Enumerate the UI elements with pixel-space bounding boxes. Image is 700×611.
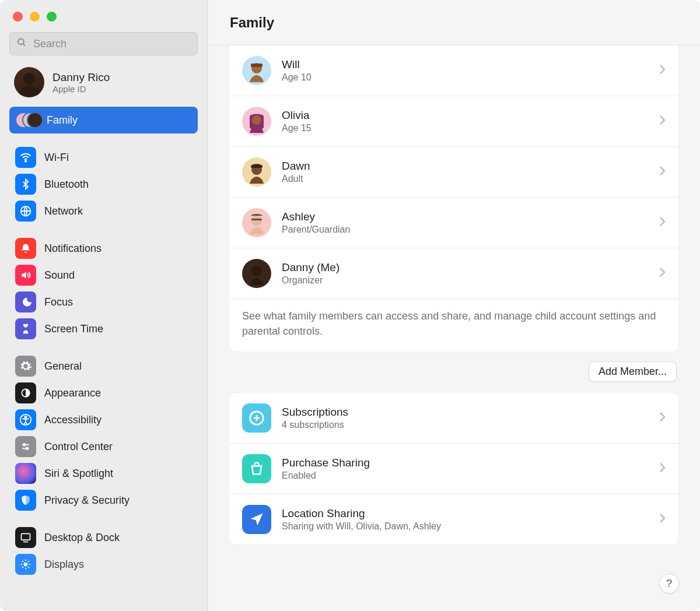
sidebar-item-privacy[interactable]: Privacy & Security (9, 487, 198, 514)
chevron-right-icon (659, 462, 666, 476)
sidebar-item-displays[interactable]: Displays (9, 551, 198, 578)
member-name: Danny (Me) (282, 261, 648, 274)
feature-title: Subscriptions (282, 406, 648, 419)
sidebar-item-screen-time[interactable]: Screen Time (9, 315, 198, 342)
sidebar-item-siri[interactable]: Siri & Spotlight (9, 460, 198, 487)
chevron-right-icon (659, 115, 666, 128)
add-member-button[interactable]: Add Member... (589, 361, 677, 382)
chevron-right-icon (659, 267, 666, 280)
member-avatar (242, 56, 271, 85)
zoom-window-button[interactable] (47, 12, 57, 22)
member-sub: Parent/Guardian (282, 224, 648, 235)
member-row-dawn[interactable]: Dawn Adult (229, 146, 678, 197)
svg-rect-16 (251, 64, 262, 67)
sidebar-item-family[interactable]: Family (9, 107, 198, 134)
main-header: Family (208, 0, 700, 45)
sound-icon (15, 265, 36, 286)
member-name: Dawn (282, 160, 648, 173)
location-sharing-icon (242, 505, 271, 534)
sidebar-item-network[interactable]: Network (9, 198, 198, 224)
svg-point-2 (23, 73, 35, 85)
svg-rect-20 (251, 219, 262, 220)
svg-point-21 (251, 266, 262, 276)
search-input[interactable] (9, 32, 198, 55)
member-avatar (242, 107, 271, 136)
feature-row-purchase-sharing[interactable]: Purchase Sharing Enabled (229, 443, 678, 494)
member-avatar (242, 208, 271, 237)
feature-row-subscriptions[interactable]: Subscriptions 4 subscriptions (229, 393, 678, 443)
sidebar-item-label: Privacy & Security (44, 494, 130, 507)
chevron-right-icon (659, 166, 666, 179)
sidebar-item-bluetooth[interactable]: Bluetooth (9, 171, 198, 198)
privacy-icon (15, 490, 36, 511)
search-icon (16, 37, 27, 51)
wifi-icon (15, 147, 36, 168)
content-scroll[interactable]: Will Age 10 Olivia Age 15 (208, 45, 700, 611)
sidebar-item-label: General (44, 360, 82, 373)
member-row-ashley[interactable]: Ashley Parent/Guardian (229, 197, 678, 248)
feature-row-location-sharing[interactable]: Location Sharing Sharing with Will, Oliv… (229, 494, 678, 545)
member-name: Olivia (282, 109, 648, 122)
member-row-danny[interactable]: Danny (Me) Organizer (229, 248, 678, 299)
chevron-right-icon (659, 216, 666, 230)
sidebar-item-label: Accessibility (44, 414, 102, 426)
screen-time-icon (15, 318, 36, 339)
member-name: Will (282, 58, 648, 71)
sidebar-item-sound[interactable]: Sound (9, 262, 198, 289)
sidebar-item-label: Displays (44, 559, 84, 571)
help-button[interactable]: ? (659, 574, 679, 594)
svg-rect-12 (22, 533, 30, 540)
desktop-dock-icon (15, 527, 36, 548)
member-row-olivia[interactable]: Olivia Age 15 (229, 96, 678, 146)
sidebar-item-label: Screen Time (44, 323, 103, 335)
sidebar-item-desktop-dock[interactable]: Desktop & Dock (9, 524, 198, 551)
apple-id-account-row[interactable]: Danny Rico Apple ID (0, 64, 207, 107)
sidebar-item-accessibility[interactable]: Accessibility (9, 406, 198, 433)
chevron-right-icon (659, 64, 666, 78)
sidebar-item-notifications[interactable]: Notifications (9, 235, 198, 262)
main-panel: Family Will Age 10 (208, 0, 700, 611)
member-row-will[interactable]: Will Age 10 (229, 45, 678, 96)
search-field-wrap (9, 32, 198, 55)
chevron-right-icon (659, 513, 666, 526)
window-controls (0, 8, 207, 32)
nav-list: Family Wi-Fi Bluetooth Network (0, 107, 207, 611)
sidebar-item-general[interactable]: General (9, 353, 198, 380)
svg-point-3 (25, 160, 26, 161)
bluetooth-icon (15, 174, 36, 195)
svg-line-1 (23, 44, 25, 46)
sidebar-item-control-center[interactable]: Control Center (9, 433, 198, 460)
close-window-button[interactable] (13, 12, 23, 22)
member-sub: Age 15 (282, 123, 648, 134)
purchase-sharing-icon (242, 454, 271, 483)
sidebar-item-appearance[interactable]: Appearance (9, 380, 198, 406)
sidebar-item-label: Desktop & Dock (44, 532, 120, 544)
feature-sub: 4 subscriptions (282, 420, 648, 430)
member-name: Ashley (282, 210, 648, 223)
sidebar-item-label: Control Center (44, 441, 113, 453)
sidebar-item-wifi[interactable]: Wi-Fi (9, 144, 198, 171)
gear-icon (15, 356, 36, 377)
svg-point-9 (23, 444, 26, 446)
member-avatar (242, 259, 271, 288)
svg-point-17 (252, 115, 261, 125)
members-description: See what family members can access and s… (229, 299, 678, 352)
feature-sub: Enabled (282, 470, 648, 481)
displays-icon (15, 554, 36, 575)
sidebar-item-label: Wi-Fi (44, 152, 69, 164)
account-name: Danny Rico (52, 71, 110, 84)
chevron-right-icon (659, 412, 666, 425)
sidebar-item-label: Appearance (44, 387, 101, 399)
sidebar-item-label: Siri & Spotlight (44, 468, 113, 480)
family-members-card: Will Age 10 Olivia Age 15 (229, 45, 679, 352)
svg-point-7 (24, 416, 26, 418)
sidebar-item-focus[interactable]: Focus (9, 289, 198, 315)
member-sub: Adult (282, 174, 648, 184)
family-features-card: Subscriptions 4 subscriptions Purchase S… (229, 392, 679, 545)
minimize-window-button[interactable] (30, 12, 40, 22)
control-center-icon (15, 436, 36, 457)
sidebar: Danny Rico Apple ID Family Wi-Fi (0, 0, 208, 611)
appearance-icon (15, 382, 36, 403)
sidebar-item-label: Notifications (44, 243, 102, 255)
subscriptions-icon (242, 403, 271, 433)
